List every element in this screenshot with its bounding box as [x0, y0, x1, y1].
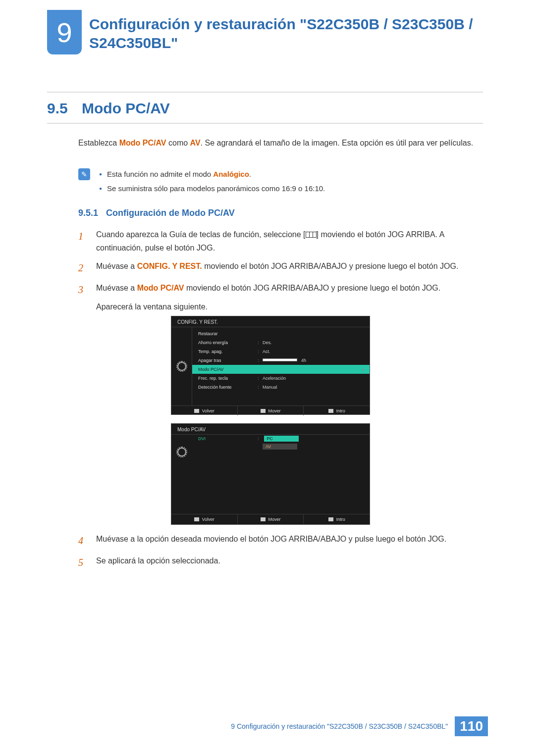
- osd-option-selected[interactable]: PC: [264, 436, 299, 442]
- intro-kw2: AV: [190, 139, 201, 147]
- step-number: 4: [78, 532, 87, 549]
- note2-text: Se suministra sólo para modelos panorámi…: [107, 184, 325, 193]
- label: Intro: [336, 517, 345, 522]
- steps-upper: 1 Cuando aparezca la Guía de teclas de f…: [78, 228, 482, 318]
- gear-icon: [177, 448, 186, 456]
- osd-pcav-panel: Modo PC/AV DVI: PC AV Volver Mover Intro: [171, 423, 370, 525]
- osd-row-label: Restaurar: [198, 331, 258, 336]
- step-text: Se aplicará la opción seleccionada.: [96, 554, 220, 571]
- subsection-heading: 9.5.1Configuración de Modo PC/AV: [78, 208, 235, 218]
- osd-title: CONFIG. Y REST.: [171, 316, 370, 327]
- step-item: 2 Muévase a CONFIG. Y REST. moviendo el …: [78, 259, 482, 276]
- osd-rows: DVI: PC AV: [192, 435, 370, 453]
- enter-icon: [328, 409, 333, 413]
- section-number: 9.5: [47, 100, 82, 117]
- t: Muévase a: [96, 262, 137, 270]
- step-text: Cuando aparezca la Guía de teclas de fun…: [96, 228, 482, 254]
- page-number: 110: [455, 716, 488, 736]
- step-item: 3 Muévase a Modo PC/AV moviendo el botón…: [78, 281, 482, 313]
- t: Cuando aparezca la Guía de teclas de fun…: [96, 230, 306, 239]
- intro-mid: como: [166, 139, 190, 147]
- osd-row[interactable]: Restaurar: [192, 329, 370, 338]
- step-item: 4 Muévase a la opción deseada moviendo e…: [78, 532, 482, 549]
- chapter-title: Configuración y restauración "S22C350B /…: [89, 15, 485, 52]
- t: Muévase a: [96, 284, 137, 292]
- back-icon: [194, 409, 199, 413]
- move-icon: [261, 517, 266, 521]
- chapter-number-badge: 9: [47, 10, 82, 54]
- note1-pre: Esta función no admite el modo: [107, 170, 213, 178]
- section-heading: 9.5Modo PC/AV: [47, 92, 483, 124]
- osd-footer: Volver Mover Intro: [171, 514, 370, 524]
- osd-footer: Volver Mover Intro: [171, 405, 370, 415]
- steps-lower: 4 Muévase a la opción deseada moviendo e…: [78, 532, 482, 576]
- gear-icon: [177, 362, 186, 371]
- osd-row-highlighted[interactable]: Modo PC/AV▸: [192, 365, 370, 374]
- label: Mover: [268, 517, 281, 522]
- menu-icon: [306, 232, 317, 238]
- osd-row[interactable]: DVI: PC: [192, 435, 370, 443]
- step-text: Muévase a Modo PC/AV moviendo el botón J…: [96, 281, 440, 313]
- osd-footer-back[interactable]: Volver: [171, 406, 238, 415]
- osd-footer-back[interactable]: Volver: [171, 514, 238, 524]
- step-number: 1: [78, 228, 87, 254]
- step-number: 2: [78, 259, 87, 276]
- step-text: Muévase a CONFIG. Y REST. moviendo el bo…: [96, 259, 458, 276]
- step-number: 3: [78, 281, 87, 313]
- osd-row-value: Des.: [263, 340, 370, 345]
- osd-row-label: Ahorro energía: [198, 340, 258, 345]
- t: moviendo el botón JOG ARRIBA/ABAJO y pre…: [202, 262, 459, 270]
- osd-config-panel: CONFIG. Y REST. Restaurar Ahorro energía…: [171, 316, 370, 415]
- osd-row[interactable]: Apagar tras:4h: [192, 356, 370, 365]
- osd-title: Modo PC/AV: [171, 424, 370, 435]
- chevron-right-icon: ▸: [362, 367, 365, 372]
- t: Aparecerá la ventana siguiente.: [96, 302, 208, 311]
- label: Mover: [268, 408, 281, 413]
- note-list: ●Esta función no admite el modo Analógic…: [99, 167, 325, 196]
- intro-pre: Establezca: [78, 139, 119, 147]
- label: Volver: [202, 517, 214, 522]
- osd-row[interactable]: Ahorro energía:Des.: [192, 338, 370, 347]
- note-item: ●Se suministra sólo para modelos panorám…: [99, 182, 325, 196]
- label: Intro: [336, 408, 345, 413]
- osd-side-icon: [171, 327, 192, 405]
- label: Volver: [202, 408, 214, 413]
- move-icon: [261, 409, 266, 413]
- osd-row-label: DVI: [198, 436, 258, 441]
- slider-icon: [263, 358, 297, 361]
- step-item: 5 Se aplicará la opción seleccionada.: [78, 554, 482, 571]
- osd-row-label: Temp. apag.: [198, 349, 258, 354]
- section-title: Modo PC/AV: [82, 100, 170, 116]
- osd-row[interactable]: Temp. apag.:Act.: [192, 347, 370, 356]
- osd-row[interactable]: Frec. rep. tecla:Aceleración: [192, 374, 370, 383]
- note1-kw: Analógico: [213, 170, 249, 178]
- osd-option[interactable]: AV: [263, 444, 297, 450]
- t: Modo PC/AV: [137, 284, 184, 292]
- osd-row-label: Modo PC/AV: [198, 367, 258, 372]
- note-icon: [78, 168, 90, 180]
- enter-icon: [328, 517, 333, 521]
- osd-row[interactable]: Detección fuente:Manual: [192, 383, 370, 392]
- back-icon: [194, 517, 199, 521]
- osd-row[interactable]: AV: [192, 443, 370, 451]
- t: moviendo el botón JOG ARRIBA/ABAJO y pre…: [184, 284, 441, 292]
- intro-paragraph: Establezca Modo PC/AV como AV. Se agrand…: [78, 136, 482, 150]
- osd-footer-enter[interactable]: Intro: [304, 514, 370, 524]
- osd-row-value: Manual: [263, 385, 370, 390]
- osd-row-label: Detección fuente: [198, 385, 258, 390]
- osd-footer-enter[interactable]: Intro: [304, 406, 370, 415]
- note1-post: .: [249, 170, 251, 178]
- osd-row-value: Act.: [263, 349, 370, 354]
- page-footer: 9 Configuración y restauración "S22C350B…: [231, 716, 488, 736]
- subsection-title: Configuración de Modo PC/AV: [106, 208, 235, 218]
- osd-row-value: 4h: [263, 358, 370, 363]
- subsection-number: 9.5.1: [78, 208, 106, 218]
- osd-row-label: Apagar tras: [198, 358, 258, 363]
- osd-row-value: Aceleración: [263, 376, 370, 381]
- osd-footer-move[interactable]: Mover: [238, 514, 304, 524]
- t: 4h: [301, 358, 306, 363]
- footer-text: 9 Configuración y restauración "S22C350B…: [231, 722, 448, 730]
- osd-row-label: Frec. rep. tecla: [198, 376, 258, 381]
- t: CONFIG. Y REST.: [137, 262, 202, 270]
- osd-footer-move[interactable]: Mover: [238, 406, 304, 415]
